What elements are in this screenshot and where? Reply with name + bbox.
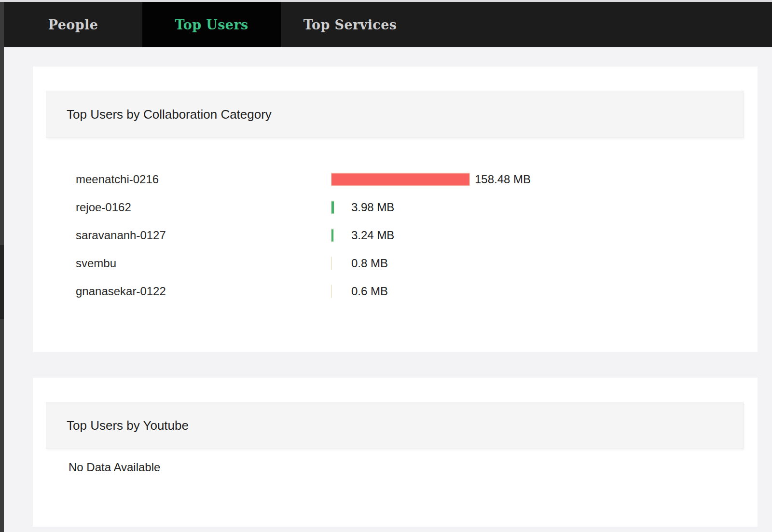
no-data-message: No Data Available (69, 461, 160, 474)
chart-bar[interactable] (331, 285, 332, 298)
chart-bar-value-label: 0.6 MB (351, 285, 388, 298)
chart-row: gnanasekar-0122 0.6 MB (33, 277, 758, 305)
chart-row-category-label: svembu (76, 257, 116, 270)
chart-bar[interactable] (331, 229, 334, 242)
chart-bar[interactable] (331, 201, 334, 214)
left-panel-edge (0, 2, 4, 532)
tab-people[interactable]: People (4, 2, 142, 47)
chart-row: saravananh-0127 3.24 MB (33, 221, 758, 249)
tab-label: People (48, 17, 98, 32)
chart-bar-value-label: 158.48 MB (475, 173, 531, 186)
chart-row-category-label: gnanasekar-0122 (76, 285, 166, 298)
card-top-users-by-collaboration-category: Top Users by Collaboration Category meen… (33, 67, 758, 352)
chart-bar-value-label: 0.8 MB (351, 257, 388, 270)
chart-row: svembu 0.8 MB (33, 249, 758, 277)
tab-label: Top Services (303, 17, 397, 32)
left-panel-scrollbar-thumb[interactable] (0, 245, 4, 319)
chart-row-category-label: rejoe-0162 (76, 201, 131, 214)
chart-bar-value-label: 3.24 MB (351, 229, 394, 242)
card-title: Top Users by Collaboration Category (67, 107, 272, 122)
card-header: Top Users by Youtube (46, 402, 744, 449)
tab-bar: People Top Users Top Services (4, 2, 772, 47)
tab-top-services[interactable]: Top Services (281, 2, 419, 47)
window-top-edge (0, 0, 772, 2)
card-top-users-by-youtube: Top Users by Youtube No Data Available (33, 378, 758, 527)
tab-top-users[interactable]: Top Users (142, 2, 281, 47)
chart-bar[interactable] (331, 173, 470, 186)
chart-bar-value-label: 3.98 MB (351, 201, 394, 214)
tab-label: Top Users (175, 17, 248, 32)
card-title: Top Users by Youtube (67, 418, 189, 433)
chart-bar[interactable] (331, 257, 332, 270)
chart-row: meenatchi-0216 158.48 MB (33, 165, 758, 193)
chart-row: rejoe-0162 3.98 MB (33, 193, 758, 221)
chart-row-category-label: meenatchi-0216 (76, 173, 159, 186)
card-header: Top Users by Collaboration Category (46, 91, 744, 138)
bar-chart: meenatchi-0216 158.48 MB rejoe-0162 3.98… (33, 165, 758, 310)
chart-row-category-label: saravananh-0127 (76, 229, 166, 242)
